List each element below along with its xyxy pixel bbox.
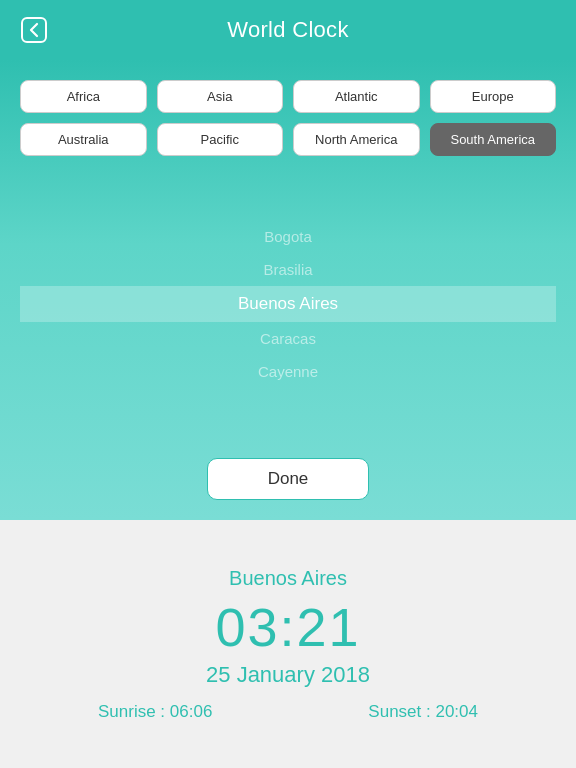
svg-rect-0 [22, 18, 46, 42]
region-btn-asia[interactable]: Asia [157, 80, 284, 113]
city-item-bogota[interactable]: Bogota [20, 220, 556, 253]
city-item-cayenne[interactable]: Cayenne [20, 355, 556, 388]
region-btn-south-america[interactable]: South America [430, 123, 557, 156]
clock-time: 03:21 [215, 596, 360, 658]
bottom-section: Buenos Aires 03:21 25 January 2018 Sunri… [0, 520, 576, 768]
region-btn-africa[interactable]: Africa [20, 80, 147, 113]
page-title: World Clock [227, 17, 348, 43]
sunset-info: Sunset : 20:04 [368, 702, 478, 722]
sunrise-label: Sunrise : [98, 702, 165, 721]
region-btn-atlantic[interactable]: Atlantic [293, 80, 420, 113]
city-list: Bogota Brasilia Buenos Aires Caracas Cay… [20, 166, 556, 442]
region-btn-europe[interactable]: Europe [430, 80, 557, 113]
sunrise-info: Sunrise : 06:06 [98, 702, 212, 722]
sunrise-time: 06:06 [170, 702, 213, 721]
city-item-caracas[interactable]: Caracas [20, 322, 556, 355]
region-row-1: Africa Asia Atlantic Europe [20, 80, 556, 113]
clock-date: 25 January 2018 [206, 662, 370, 688]
done-button[interactable]: Done [207, 458, 370, 500]
city-item-buenos-aires[interactable]: Buenos Aires [20, 286, 556, 322]
region-btn-north-america[interactable]: North America [293, 123, 420, 156]
clock-city: Buenos Aires [229, 567, 347, 590]
sun-row: Sunrise : 06:06 Sunset : 20:04 [20, 702, 556, 722]
city-item-brasilia[interactable]: Brasilia [20, 253, 556, 286]
back-button[interactable] [16, 12, 52, 48]
sunset-time: 20:04 [435, 702, 478, 721]
region-btn-australia[interactable]: Australia [20, 123, 147, 156]
region-btn-pacific[interactable]: Pacific [157, 123, 284, 156]
sunset-label: Sunset : [368, 702, 430, 721]
header: World Clock [0, 0, 576, 60]
region-row-2: Australia Pacific North America South Am… [20, 123, 556, 156]
top-section: Africa Asia Atlantic Europe Australia Pa… [0, 60, 576, 520]
done-btn-wrap: Done [207, 442, 370, 520]
